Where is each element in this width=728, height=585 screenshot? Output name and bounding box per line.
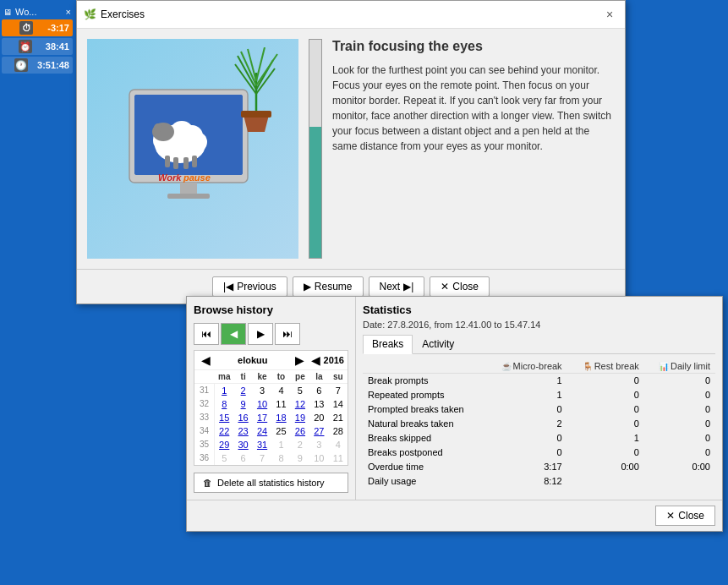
dialog-body: Work pause <box>77 29 625 269</box>
svg-point-8 <box>187 132 207 152</box>
close-button[interactable]: ✕ Close <box>430 276 490 297</box>
cal-day[interactable]: 9 <box>291 451 309 465</box>
cal-weekday-header <box>194 370 215 383</box>
cal-day[interactable]: 9 <box>233 397 252 411</box>
svg-rect-18 <box>167 194 210 199</box>
cal-day[interactable]: 8 <box>215 397 233 411</box>
cal-day[interactable]: 18 <box>271 411 290 424</box>
restbreak-icon: 🪑 <box>583 362 593 371</box>
resume-button[interactable]: ▶ Resume <box>293 276 364 297</box>
microbreak-icon: ☕ <box>501 362 512 371</box>
cal-day[interactable]: 11 <box>271 397 290 411</box>
nav-last-button[interactable]: ⏭ <box>275 323 300 345</box>
cal-day[interactable]: 20 <box>309 411 328 424</box>
exercises-close-button[interactable]: × <box>601 6 618 23</box>
cal-day[interactable]: 6 <box>309 384 328 397</box>
row-label: Breaks postponed <box>363 446 485 460</box>
svg-rect-13 <box>183 157 189 169</box>
tab-activity[interactable]: Activity <box>413 335 463 353</box>
previous-button[interactable]: |◀ Previous <box>212 276 287 297</box>
cal-prev-year[interactable]: ◀ <box>308 353 324 367</box>
dialog-title: Exercises <box>101 8 145 20</box>
cal-week-31: 31 1 2 3 4 5 6 7 <box>194 384 348 397</box>
nav-prev-button[interactable]: ◀ <box>221 323 246 345</box>
row-daily: 0 <box>644 417 715 431</box>
cal-day[interactable]: 10 <box>309 451 328 465</box>
exercise-text-panel: Train focusing the eyes Look for the fur… <box>332 39 615 259</box>
cal-day[interactable]: 11 <box>329 451 348 465</box>
cal-week-35: 35 29 30 31 1 2 3 4 <box>194 438 348 451</box>
browse-panel: Browse history ⏮ ◀ ▶ ⏭ ◀ elokuu ▶ ◀ 2016 <box>187 297 356 500</box>
cal-day[interactable]: 29 <box>215 438 233 451</box>
cal-day[interactable]: 2 <box>291 438 309 451</box>
cal-day[interactable]: 19 <box>291 411 309 424</box>
row-daily: 0 <box>644 388 715 402</box>
cal-day[interactable]: 1 <box>271 438 290 451</box>
cal-day[interactable]: 31 <box>253 438 271 451</box>
cal-day[interactable]: 3 <box>309 438 328 451</box>
cal-day[interactable]: 6 <box>233 451 252 465</box>
calendar: ◀ elokuu ▶ ◀ 2016 ma ti ke to pe la su <box>194 350 348 466</box>
row-daily: 0:00 <box>644 460 715 474</box>
table-row: Breaks postponed 0 0 0 <box>363 446 715 460</box>
exercise-image: Work pause <box>87 39 298 259</box>
delete-statistics-button[interactable]: 🗑 Delete all statistics history <box>194 473 348 493</box>
nav-next-button[interactable]: ▶ <box>248 323 273 345</box>
cal-day[interactable]: 5 <box>215 451 233 465</box>
cal-day[interactable]: 12 <box>291 397 309 411</box>
table-row: Daily usage 8:12 <box>363 474 715 489</box>
history-close-button[interactable]: ✕ Close <box>655 506 715 526</box>
cal-day[interactable]: 13 <box>309 397 328 411</box>
close-icon: ✕ <box>666 510 675 522</box>
table-header-row: ☕Micro-break 🪑Rest break 📊Daily limit <box>363 359 715 374</box>
row-daily: 0 <box>644 446 715 460</box>
svg-line-24 <box>241 52 256 85</box>
cal-day[interactable]: 4 <box>329 438 348 451</box>
taskbar-icon: 🖥 <box>3 8 12 17</box>
row-micro: 0 <box>485 446 567 460</box>
cal-day[interactable]: 30 <box>233 438 252 451</box>
row-rest: 1 <box>567 431 644 446</box>
cal-day[interactable]: 15 <box>215 411 233 424</box>
cal-day[interactable]: 16 <box>233 411 252 424</box>
row-micro: 0 <box>485 402 567 417</box>
cal-day[interactable]: 22 <box>215 424 233 438</box>
cal-next-month[interactable]: ▶ <box>292 353 308 367</box>
next-button[interactable]: Next ▶| <box>369 276 425 297</box>
taskbar-item-2[interactable]: 🕐 3:51:48 <box>2 57 73 74</box>
svg-rect-20 <box>241 111 271 118</box>
taskbar-item-1[interactable]: ⏰ 38:41 <box>2 38 73 55</box>
cal-day[interactable]: 4 <box>271 384 290 397</box>
taskbar-icon-0: ⏱ <box>19 21 33 35</box>
cal-day[interactable]: 5 <box>291 384 309 397</box>
cal-day[interactable]: 7 <box>329 384 348 397</box>
cal-prev-month[interactable]: ◀ <box>198 353 214 367</box>
cal-day[interactable]: 1 <box>215 384 233 397</box>
tab-breaks[interactable]: Breaks <box>363 335 413 354</box>
cal-day[interactable]: 3 <box>253 384 271 397</box>
cal-day[interactable]: 27 <box>309 424 328 438</box>
nav-first-button[interactable]: ⏮ <box>194 323 219 345</box>
row-label: Breaks skipped <box>363 431 485 446</box>
cal-day[interactable]: 28 <box>329 424 348 438</box>
progress-bar-fill <box>309 127 321 258</box>
row-label: Repeated prompts <box>363 388 485 402</box>
taskbar-close[interactable]: × <box>66 7 71 17</box>
cal-day[interactable]: 25 <box>271 424 290 438</box>
svg-rect-17 <box>180 183 197 194</box>
dialog-titlebar: 🌿 Exercises × <box>77 1 625 29</box>
cal-day[interactable]: 26 <box>291 424 309 438</box>
taskbar-item-0[interactable]: ⏱ -3:17 <box>2 19 73 36</box>
cal-day[interactable]: 17 <box>253 411 271 424</box>
cal-day[interactable]: 7 <box>253 451 271 465</box>
history-window: Browse history ⏮ ◀ ▶ ⏭ ◀ elokuu ▶ ◀ 2016 <box>186 296 723 532</box>
cal-day[interactable]: 23 <box>233 424 252 438</box>
cal-day[interactable]: 2 <box>233 384 252 397</box>
row-micro: 0 <box>485 431 567 446</box>
cal-day[interactable]: 10 <box>253 397 271 411</box>
cal-day[interactable]: 21 <box>329 411 348 424</box>
cal-day[interactable]: 14 <box>329 397 348 411</box>
cal-day[interactable]: 8 <box>271 451 290 465</box>
col-header-microbreak: ☕Micro-break <box>485 359 567 374</box>
cal-day[interactable]: 24 <box>253 424 271 438</box>
